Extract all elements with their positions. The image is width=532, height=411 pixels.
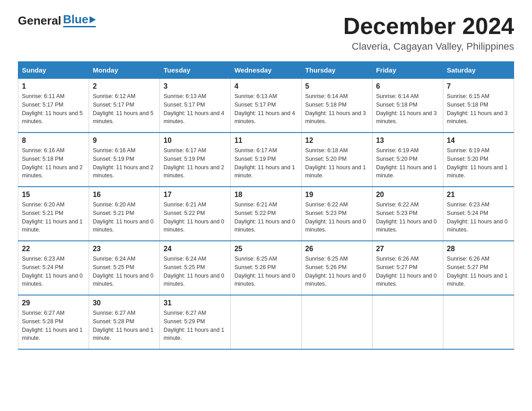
- sunset-label: Sunset: 5:20 PM: [376, 156, 417, 162]
- daylight-label: Daylight: 11 hours and 0 minutes.: [22, 273, 83, 287]
- sunset-label: Sunset: 5:19 PM: [234, 156, 275, 162]
- weekday-header-wednesday: Wednesday: [231, 62, 301, 79]
- day-info: Sunrise: 6:13 AM Sunset: 5:17 PM Dayligh…: [234, 92, 297, 126]
- daylight-label: Daylight: 11 hours and 5 minutes.: [93, 110, 154, 125]
- week-row-3: 15 Sunrise: 6:20 AM Sunset: 5:21 PM Dayl…: [18, 187, 514, 241]
- sunset-label: Sunset: 5:22 PM: [234, 210, 275, 216]
- day-number: 1: [22, 82, 85, 90]
- calendar-cell: 24 Sunrise: 6:24 AM Sunset: 5:25 PM Dayl…: [160, 241, 231, 295]
- sunrise-label: Sunrise: 6:27 AM: [93, 310, 135, 316]
- sunset-label: Sunset: 5:22 PM: [163, 210, 205, 216]
- daylight-label: Daylight: 11 hours and 1 minute.: [22, 327, 83, 342]
- sunset-label: Sunset: 5:20 PM: [447, 156, 488, 162]
- day-info: Sunrise: 6:23 AM Sunset: 5:24 PM Dayligh…: [22, 255, 85, 288]
- day-number: 3: [163, 82, 227, 90]
- daylight-label: Daylight: 11 hours and 0 minutes.: [447, 218, 508, 233]
- day-number: 14: [447, 137, 510, 145]
- sunrise-label: Sunrise: 6:23 AM: [447, 201, 489, 208]
- sunrise-label: Sunrise: 6:27 AM: [22, 310, 64, 316]
- daylight-label: Daylight: 11 hours and 3 minutes.: [305, 110, 366, 125]
- day-number: 9: [93, 137, 156, 145]
- day-info: Sunrise: 6:14 AM Sunset: 5:18 PM Dayligh…: [376, 92, 439, 126]
- daylight-label: Daylight: 11 hours and 3 minutes.: [376, 110, 437, 125]
- sunset-label: Sunset: 5:29 PM: [163, 318, 205, 325]
- day-number: 20: [376, 191, 439, 199]
- sunset-label: Sunset: 5:21 PM: [22, 210, 63, 216]
- day-number: 26: [305, 245, 369, 253]
- sunset-label: Sunset: 5:23 PM: [305, 210, 347, 216]
- day-number: 11: [234, 137, 297, 145]
- day-info: Sunrise: 6:25 AM Sunset: 5:26 PM Dayligh…: [234, 255, 297, 288]
- daylight-label: Daylight: 11 hours and 0 minutes.: [163, 273, 224, 287]
- calendar-cell: 31 Sunrise: 6:27 AM Sunset: 5:29 PM Dayl…: [160, 295, 231, 349]
- calendar-cell: 16 Sunrise: 6:20 AM Sunset: 5:21 PM Dayl…: [89, 187, 160, 241]
- daylight-label: Daylight: 11 hours and 0 minutes.: [93, 273, 154, 287]
- calendar-cell: 28 Sunrise: 6:26 AM Sunset: 5:27 PM Dayl…: [443, 241, 514, 295]
- daylight-label: Daylight: 11 hours and 1 minute.: [93, 327, 154, 342]
- sunrise-label: Sunrise: 6:25 AM: [305, 256, 348, 262]
- calendar-cell: [231, 295, 301, 349]
- day-number: 19: [305, 191, 369, 199]
- title-section: December 2024 Claveria, Cagayan Valley, …: [343, 13, 514, 52]
- sunset-label: Sunset: 5:18 PM: [376, 102, 417, 108]
- sunrise-label: Sunrise: 6:19 AM: [447, 147, 489, 154]
- day-number: 29: [22, 299, 85, 307]
- daylight-label: Daylight: 11 hours and 4 minutes.: [163, 110, 224, 125]
- daylight-label: Daylight: 11 hours and 1 minute.: [447, 273, 508, 287]
- sunset-label: Sunset: 5:28 PM: [22, 318, 63, 325]
- daylight-label: Daylight: 11 hours and 4 minutes.: [234, 110, 295, 125]
- day-number: 18: [234, 191, 297, 199]
- weekday-header-friday: Friday: [372, 62, 443, 79]
- calendar-cell: 18 Sunrise: 6:21 AM Sunset: 5:22 PM Dayl…: [231, 187, 301, 241]
- sunrise-label: Sunrise: 6:16 AM: [22, 147, 64, 154]
- sunrise-label: Sunrise: 6:20 AM: [93, 201, 135, 208]
- day-info: Sunrise: 6:21 AM Sunset: 5:22 PM Dayligh…: [163, 201, 227, 234]
- sunset-label: Sunset: 5:18 PM: [305, 102, 347, 108]
- day-info: Sunrise: 6:15 AM Sunset: 5:18 PM Dayligh…: [447, 92, 510, 126]
- day-number: 8: [22, 137, 85, 145]
- sunrise-label: Sunrise: 6:15 AM: [447, 93, 489, 99]
- sunset-label: Sunset: 5:28 PM: [93, 318, 134, 325]
- calendar-cell: 26 Sunrise: 6:25 AM Sunset: 5:26 PM Dayl…: [301, 241, 372, 295]
- calendar-cell: 21 Sunrise: 6:23 AM Sunset: 5:24 PM Dayl…: [443, 187, 514, 241]
- daylight-label: Daylight: 11 hours and 5 minutes.: [22, 110, 83, 125]
- sunset-label: Sunset: 5:21 PM: [93, 210, 134, 216]
- weekday-header-thursday: Thursday: [301, 62, 372, 79]
- day-number: 6: [376, 82, 439, 90]
- day-info: Sunrise: 6:13 AM Sunset: 5:17 PM Dayligh…: [163, 92, 227, 126]
- sunset-label: Sunset: 5:19 PM: [93, 156, 134, 162]
- calendar-cell: 9 Sunrise: 6:16 AM Sunset: 5:19 PM Dayli…: [89, 133, 160, 187]
- sunset-label: Sunset: 5:26 PM: [234, 264, 275, 270]
- day-number: 7: [447, 82, 510, 90]
- calendar-cell: 23 Sunrise: 6:24 AM Sunset: 5:25 PM Dayl…: [89, 241, 160, 295]
- sunset-label: Sunset: 5:27 PM: [447, 264, 488, 270]
- day-info: Sunrise: 6:27 AM Sunset: 5:28 PM Dayligh…: [22, 309, 85, 342]
- daylight-label: Daylight: 11 hours and 0 minutes.: [305, 218, 366, 233]
- weekday-header-saturday: Saturday: [443, 62, 514, 79]
- calendar-cell: 27 Sunrise: 6:26 AM Sunset: 5:27 PM Dayl…: [372, 241, 443, 295]
- sunrise-label: Sunrise: 6:13 AM: [234, 93, 277, 99]
- calendar-cell: 1 Sunrise: 6:11 AM Sunset: 5:17 PM Dayli…: [18, 79, 89, 133]
- day-number: 4: [234, 82, 297, 90]
- daylight-label: Daylight: 11 hours and 0 minutes.: [93, 218, 154, 233]
- daylight-label: Daylight: 11 hours and 1 minute.: [22, 218, 83, 233]
- calendar-cell: 4 Sunrise: 6:13 AM Sunset: 5:17 PM Dayli…: [231, 79, 301, 133]
- day-number: 16: [93, 191, 156, 199]
- sunrise-label: Sunrise: 6:11 AM: [22, 93, 64, 99]
- sunrise-label: Sunrise: 6:16 AM: [93, 147, 135, 154]
- day-info: Sunrise: 6:21 AM Sunset: 5:22 PM Dayligh…: [234, 201, 297, 234]
- month-title: December 2024: [343, 13, 514, 39]
- calendar-cell: 12 Sunrise: 6:18 AM Sunset: 5:20 PM Dayl…: [301, 133, 372, 187]
- sunset-label: Sunset: 5:27 PM: [376, 264, 417, 270]
- sunrise-label: Sunrise: 6:26 AM: [376, 256, 419, 262]
- sunrise-label: Sunrise: 6:13 AM: [163, 93, 206, 99]
- calendar-cell: 2 Sunrise: 6:12 AM Sunset: 5:17 PM Dayli…: [89, 79, 160, 133]
- day-number: 31: [163, 299, 227, 307]
- day-number: 10: [163, 137, 227, 145]
- calendar-header: SundayMondayTuesdayWednesdayThursdayFrid…: [18, 62, 514, 79]
- day-info: Sunrise: 6:22 AM Sunset: 5:23 PM Dayligh…: [376, 201, 439, 234]
- sunrise-label: Sunrise: 6:21 AM: [163, 201, 206, 208]
- daylight-label: Daylight: 11 hours and 0 minutes.: [234, 273, 295, 287]
- calendar-cell: 25 Sunrise: 6:25 AM Sunset: 5:26 PM Dayl…: [231, 241, 301, 295]
- weekday-header-tuesday: Tuesday: [160, 62, 231, 79]
